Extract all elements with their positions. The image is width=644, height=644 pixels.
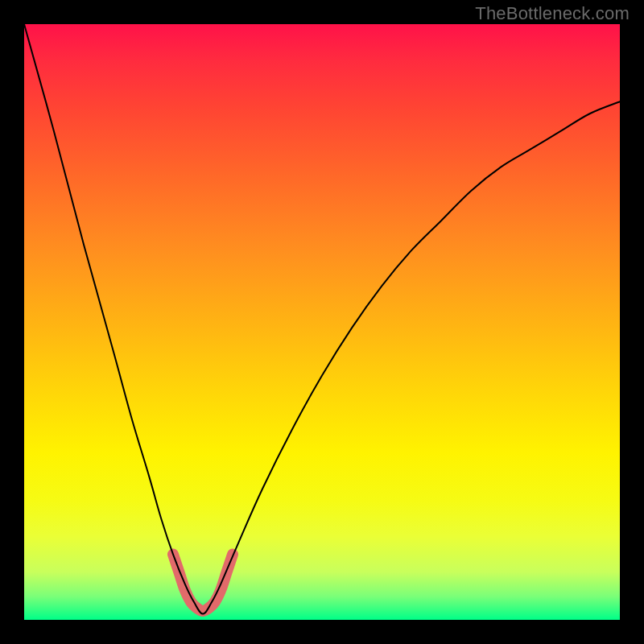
chart-frame: TheBottleneck.com [0, 0, 644, 644]
curve-layer [24, 24, 620, 620]
highlight-curve [173, 555, 233, 611]
main-curve [24, 24, 620, 614]
watermark-text: TheBottleneck.com [475, 3, 630, 24]
plot-area [24, 24, 620, 620]
